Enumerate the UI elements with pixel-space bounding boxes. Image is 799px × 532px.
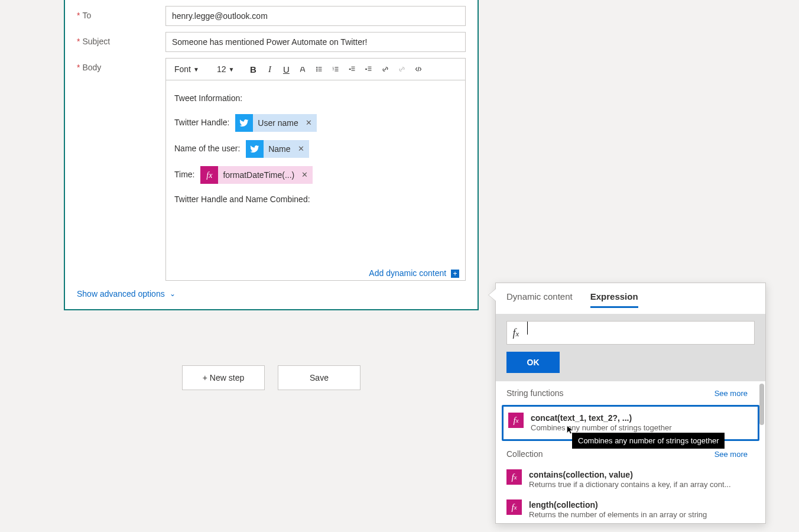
advanced-options-label: Show advanced options bbox=[77, 289, 165, 299]
category-string-functions: String functions See more bbox=[496, 381, 765, 404]
twitter-icon bbox=[235, 114, 253, 132]
rte-toolbar: Font ▼ 12 ▼ B I U bbox=[166, 59, 465, 80]
fn-item-contains[interactable]: fx contains(collection, value) Returns t… bbox=[496, 465, 765, 495]
ok-button[interactable]: OK bbox=[506, 352, 560, 373]
label-subject: Subject bbox=[77, 32, 165, 46]
function-list: String functions See more fx concat(text… bbox=[496, 381, 765, 523]
svg-text:2: 2 bbox=[333, 69, 334, 71]
expression-input-wrap[interactable]: fx bbox=[506, 321, 755, 345]
expression-input[interactable] bbox=[525, 322, 754, 344]
fn-description: Combines any number of strings together bbox=[531, 423, 671, 433]
token-formatdatetime[interactable]: fx formatDateTime(...) ✕ bbox=[200, 166, 313, 184]
token-label: User name bbox=[258, 116, 298, 131]
to-input[interactable] bbox=[165, 6, 466, 26]
unlink-button[interactable] bbox=[395, 62, 409, 76]
scrollbar-thumb[interactable] bbox=[759, 384, 764, 425]
save-button[interactable]: Save bbox=[278, 365, 360, 390]
bullet-list-button[interactable] bbox=[312, 62, 326, 76]
callout-arrow-icon bbox=[489, 289, 496, 301]
row-to: To bbox=[65, 0, 478, 26]
body-label-combined: Twitter Handle and Name Combined: bbox=[174, 192, 457, 207]
fn-signature: contains(collection, value) bbox=[529, 469, 731, 480]
svg-point-0 bbox=[317, 67, 318, 68]
font-size-select[interactable]: 12 ▼ bbox=[213, 63, 238, 75]
fn-description: Returns the number of elements in an arr… bbox=[529, 510, 707, 520]
twitter-icon bbox=[246, 140, 264, 158]
category-title: String functions bbox=[506, 388, 564, 398]
token-remove-icon[interactable]: ✕ bbox=[298, 142, 304, 155]
code-view-button[interactable] bbox=[411, 62, 426, 76]
label-body: Body bbox=[77, 58, 165, 72]
caret-down-icon: ▼ bbox=[229, 66, 235, 73]
subject-input[interactable] bbox=[165, 32, 466, 52]
token-label: formatDateTime(...) bbox=[223, 168, 294, 183]
body-line-tweet-info: Tweet Information: bbox=[174, 91, 457, 106]
token-remove-icon[interactable]: ✕ bbox=[306, 116, 312, 129]
fn-description: Returns true if a dictionary contains a … bbox=[529, 480, 731, 490]
token-label: Name bbox=[268, 142, 290, 157]
fx-icon: fx bbox=[200, 166, 218, 184]
token-user-name[interactable]: User name ✕ bbox=[235, 114, 316, 132]
italic-button[interactable]: I bbox=[262, 62, 277, 76]
show-advanced-options[interactable]: Show advanced options ⌄ bbox=[65, 281, 478, 299]
new-step-button[interactable]: + New step bbox=[182, 365, 265, 390]
panel-tabs: Dynamic content Expression bbox=[496, 283, 765, 314]
flow-bottom-actions: + New step Save bbox=[64, 365, 479, 390]
label-to: To bbox=[77, 6, 165, 20]
body-label-handle: Twitter Handle: bbox=[174, 118, 229, 127]
add-dynamic-content-link[interactable]: Add dynamic content + bbox=[369, 268, 459, 278]
row-body: Body Font ▼ 12 ▼ B I U bbox=[65, 52, 478, 281]
svg-point-1 bbox=[317, 69, 318, 70]
category-title: Collection bbox=[506, 449, 543, 459]
numbered-list-button[interactable]: 12 bbox=[329, 62, 343, 76]
fx-icon: fx bbox=[506, 499, 522, 515]
outdent-button[interactable] bbox=[345, 62, 359, 76]
fn-signature: length(collection) bbox=[529, 499, 707, 510]
body-label-name: Name of the user: bbox=[174, 144, 240, 153]
fx-icon: fx bbox=[506, 469, 522, 485]
svg-point-2 bbox=[317, 70, 318, 72]
fn-signature: concat(text_1, text_2?, ...) bbox=[531, 413, 671, 423]
font-size-value: 12 bbox=[217, 64, 226, 74]
font-family-select[interactable]: Font ▼ bbox=[171, 63, 203, 75]
chevron-down-icon: ⌄ bbox=[170, 290, 176, 298]
email-action-card: To Subject Body Font ▼ 12 bbox=[64, 0, 479, 310]
add-dynamic-content-label: Add dynamic content bbox=[369, 268, 446, 278]
token-name[interactable]: Name ✕ bbox=[246, 140, 308, 158]
expression-panel: Dynamic content Expression fx OK String … bbox=[495, 283, 766, 524]
link-button[interactable] bbox=[378, 62, 392, 76]
fx-icon: fx bbox=[508, 413, 524, 428]
underline-button[interactable]: U bbox=[279, 62, 293, 76]
rte-body[interactable]: Tweet Information: Twitter Handle: User … bbox=[166, 80, 465, 264]
fx-icon: fx bbox=[507, 327, 525, 339]
see-more-link[interactable]: See more bbox=[714, 389, 748, 398]
font-family-label: Font bbox=[174, 64, 191, 74]
row-subject: Subject bbox=[65, 26, 478, 52]
expression-input-area: fx OK bbox=[496, 314, 765, 381]
indent-button[interactable] bbox=[362, 62, 376, 76]
tab-dynamic-content[interactable]: Dynamic content bbox=[506, 291, 573, 308]
font-color-button[interactable] bbox=[295, 62, 310, 76]
caret-down-icon: ▼ bbox=[193, 66, 199, 73]
fn-item-length[interactable]: fx length(collection) Returns the number… bbox=[496, 495, 765, 523]
see-more-link[interactable]: See more bbox=[714, 450, 748, 459]
plus-icon: + bbox=[451, 270, 459, 278]
rich-text-editor: Font ▼ 12 ▼ B I U bbox=[165, 58, 466, 281]
fn-item-concat[interactable]: fx concat(text_1, text_2?, ...) Combines… bbox=[502, 405, 759, 441]
body-label-time: Time: bbox=[174, 170, 194, 179]
tab-expression[interactable]: Expression bbox=[590, 291, 638, 308]
fn-tooltip: Combines any number of strings together bbox=[572, 433, 725, 449]
function-list-scrollbar[interactable] bbox=[758, 381, 764, 523]
token-remove-icon[interactable]: ✕ bbox=[301, 168, 308, 181]
bold-button[interactable]: B bbox=[246, 62, 260, 76]
